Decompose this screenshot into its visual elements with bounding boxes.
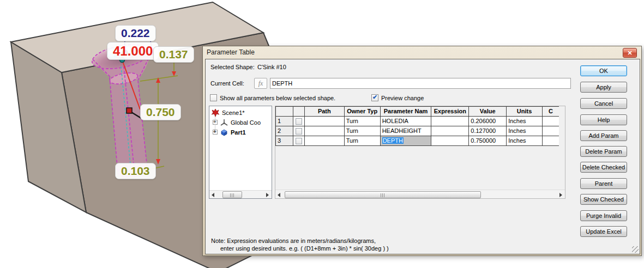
- tree-item-label: Part1: [231, 128, 246, 137]
- dim-label-depth[interactable]: 0.750: [140, 104, 181, 120]
- expression-cell[interactable]: [431, 136, 469, 146]
- col-header-comment[interactable]: C: [543, 107, 559, 117]
- dim-label-head-height[interactable]: 0.137: [153, 46, 194, 63]
- owner-type-cell[interactable]: Turn: [345, 136, 381, 146]
- grid-row-2[interactable]: 2 Turn HEADHEIGHT 0.127000 Inches: [276, 126, 559, 136]
- row-checkbox[interactable]: [296, 118, 302, 125]
- grid-checkbox-header[interactable]: [293, 107, 305, 117]
- scroll-right-icon[interactable]: [557, 191, 565, 199]
- scroll-left-icon[interactable]: [209, 191, 218, 199]
- row-checkbox[interactable]: [296, 128, 302, 135]
- row-checkbox-cell[interactable]: [293, 126, 305, 136]
- tree-item-scene[interactable]: Scene1*: [209, 108, 272, 118]
- parameter-grid-panel[interactable]: Path Owner Typ Parameter Nam Expression …: [275, 106, 565, 199]
- comment-cell[interactable]: [543, 126, 559, 136]
- col-header-path[interactable]: Path: [305, 107, 345, 117]
- parameter-table-dialog: Parameter Table ✕ Selected Shape: C'Sink…: [202, 46, 642, 256]
- expand-plus-icon[interactable]: [213, 120, 218, 125]
- dialog-title: Parameter Table: [207, 46, 255, 59]
- show-checked-button[interactable]: Show Checked: [580, 194, 627, 205]
- ok-button[interactable]: OK: [580, 65, 627, 76]
- col-header-owner-type[interactable]: Owner Typ: [345, 107, 381, 117]
- scroll-right-icon[interactable]: [263, 191, 272, 199]
- owner-type-cell[interactable]: Turn: [345, 126, 381, 136]
- tree-horizontal-scrollbar[interactable]: [209, 190, 272, 198]
- selected-shape-label: Selected Shape:: [210, 64, 255, 70]
- col-header-parameter-name[interactable]: Parameter Nam: [381, 107, 432, 117]
- parameter-name-cell[interactable]: HEADHEIGHT: [381, 126, 432, 136]
- dialog-titlebar[interactable]: Parameter Table ✕: [203, 46, 641, 59]
- grid-header-row: Path Owner Typ Parameter Nam Expression …: [276, 107, 559, 117]
- units-cell[interactable]: Inches: [507, 117, 543, 126]
- screen: 0.222 41.000 0.137 0.750 0.103 Parameter…: [0, 0, 644, 268]
- tree-item-label: Global Coo: [231, 118, 261, 127]
- expression-cell[interactable]: [431, 117, 469, 126]
- dim-label-hole-dia[interactable]: 0.103: [115, 163, 156, 179]
- tree-item-global-coords[interactable]: Global Coo: [209, 118, 272, 127]
- units-cell[interactable]: Inches: [507, 136, 543, 146]
- row-checkbox-cell[interactable]: [293, 136, 305, 146]
- current-cell-label: Current Cell:: [210, 80, 244, 87]
- part-icon: [220, 128, 228, 137]
- parameter-name-cell[interactable]: HOLEDIA: [381, 117, 432, 126]
- comment-cell[interactable]: [543, 117, 559, 126]
- scrollbar-thumb[interactable]: [222, 191, 242, 198]
- units-cell[interactable]: Inches: [507, 126, 543, 136]
- parameter-grid[interactable]: Path Owner Typ Parameter Nam Expression …: [275, 106, 559, 146]
- scrollbar-thumb[interactable]: [285, 191, 481, 198]
- preview-change-label: Preview change: [381, 95, 424, 101]
- expand-plus-icon[interactable]: [213, 130, 218, 135]
- value-cell[interactable]: 0.127000: [469, 126, 507, 136]
- apply-button[interactable]: Apply: [580, 82, 627, 93]
- grid-row-1[interactable]: 1 Turn HOLEDIA 0.206000 Inches: [276, 117, 559, 126]
- axes-icon: [220, 118, 228, 127]
- purge-invalid-button[interactable]: Purge Invalid: [580, 210, 627, 221]
- row-number-cell[interactable]: 1: [276, 117, 293, 126]
- tree-item-part1[interactable]: Part1: [209, 127, 272, 137]
- fx-button[interactable]: fx: [254, 78, 267, 89]
- help-button[interactable]: Help: [580, 114, 627, 125]
- preview-change-checkbox[interactable]: [371, 94, 378, 101]
- path-cell[interactable]: [305, 117, 345, 126]
- current-cell-input[interactable]: [270, 78, 571, 89]
- delete-param-button[interactable]: Delete Param: [580, 146, 627, 157]
- grid-corner-cell[interactable]: [276, 107, 293, 117]
- selected-shape-value: C'Sink #10: [257, 64, 286, 70]
- close-button[interactable]: ✕: [623, 48, 637, 58]
- tree-item-label: Scene1*: [222, 108, 245, 118]
- selected-text: DEPTH: [382, 137, 404, 144]
- show-all-parameters-checkbox[interactable]: [210, 94, 217, 101]
- row-number-cell[interactable]: 2: [276, 126, 293, 136]
- note-line-2: enter using desired units. e.g. ( (D1+8m…: [220, 245, 389, 252]
- owner-type-cell[interactable]: Turn: [345, 117, 381, 126]
- scene-icon: [211, 108, 220, 117]
- delete-checked-button[interactable]: Delete Checked: [580, 162, 627, 173]
- cancel-button[interactable]: Cancel: [580, 98, 627, 109]
- value-cell[interactable]: 0.206000: [469, 117, 507, 126]
- comment-cell[interactable]: [543, 136, 559, 146]
- expression-cell[interactable]: [431, 126, 469, 136]
- feature-marker[interactable]: [127, 108, 132, 113]
- dim-label-angle[interactable]: 41.000: [107, 42, 159, 60]
- path-cell[interactable]: [305, 136, 345, 146]
- update-excel-button[interactable]: Update Excel: [580, 226, 627, 237]
- path-cell[interactable]: [305, 126, 345, 136]
- col-header-expression[interactable]: Expression: [431, 107, 469, 117]
- col-header-value[interactable]: Value: [469, 107, 507, 117]
- grid-row-3[interactable]: 3 Turn DEPTH 0.750000 Inches: [276, 136, 559, 146]
- grid-horizontal-scrollbar[interactable]: [275, 190, 565, 198]
- note-line-1: Note: Expression evaluations are in mete…: [211, 237, 376, 244]
- dim-label-countersink-dia[interactable]: 0.222: [115, 25, 156, 41]
- dialog-client-area: Selected Shape: C'Sink #10 Current Cell:…: [205, 59, 640, 254]
- scene-tree-panel[interactable]: Scene1* Global Coo: [209, 106, 272, 199]
- col-header-units[interactable]: Units: [507, 107, 543, 117]
- row-checkbox-cell[interactable]: [293, 117, 305, 126]
- add-param-button[interactable]: Add Param: [580, 130, 627, 141]
- row-number-cell[interactable]: 3: [276, 136, 293, 146]
- parent-button[interactable]: Parent: [580, 178, 627, 189]
- parameter-name-cell-editing[interactable]: DEPTH: [381, 136, 432, 146]
- scroll-left-icon[interactable]: [275, 191, 284, 199]
- resize-grip[interactable]: [632, 246, 639, 253]
- value-cell[interactable]: 0.750000: [469, 136, 507, 146]
- row-checkbox[interactable]: [296, 138, 302, 144]
